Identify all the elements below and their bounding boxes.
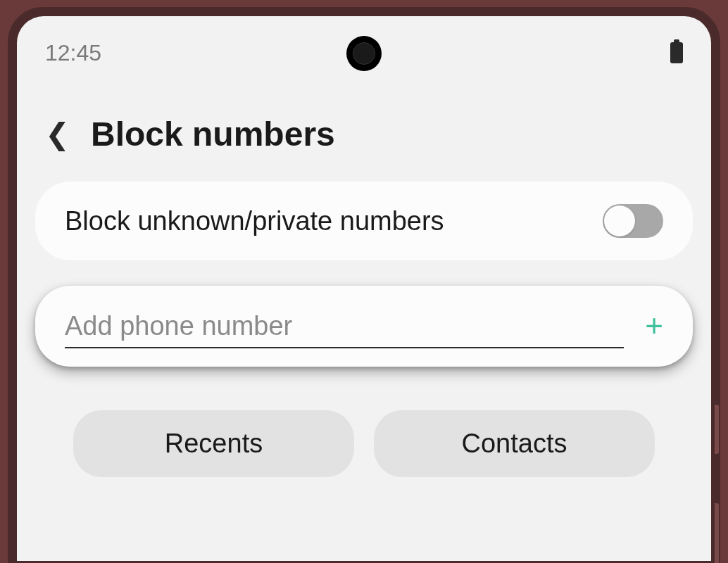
contacts-button[interactable]: Contacts (374, 410, 655, 477)
phone-number-input[interactable] (65, 307, 624, 348)
app-header: ❮ Block numbers (17, 71, 711, 182)
block-unknown-label: Block unknown/private numbers (65, 206, 444, 236)
battery-icon (670, 42, 683, 63)
recents-button[interactable]: Recents (73, 410, 354, 477)
status-time: 12:45 (45, 40, 101, 66)
block-unknown-toggle[interactable] (603, 204, 663, 238)
action-buttons: Recents Contacts (17, 367, 711, 477)
volume-button (715, 405, 719, 454)
front-camera (346, 36, 382, 71)
power-button (715, 503, 719, 563)
device-frame: 12:45 ❮ Block numbers Block unknown/priv… (8, 7, 720, 563)
add-icon[interactable]: + (645, 310, 663, 341)
back-button[interactable]: ❮ (45, 117, 70, 151)
page-title: Block numbers (91, 115, 335, 153)
toggle-knob (604, 205, 635, 236)
block-unknown-row[interactable]: Block unknown/private numbers (35, 182, 693, 260)
add-number-card: + (35, 286, 693, 367)
screen: 12:45 ❮ Block numbers Block unknown/priv… (17, 16, 711, 561)
